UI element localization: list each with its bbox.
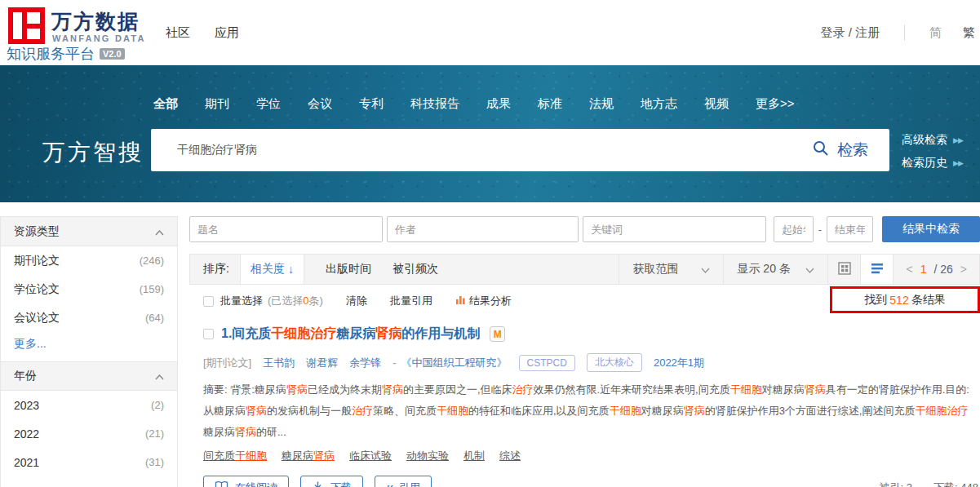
- keyword-link[interactable]: 动物实验: [406, 449, 449, 463]
- download-icon: [312, 480, 324, 487]
- title-field[interactable]: [189, 216, 383, 242]
- advanced-search-label: 高级检索: [902, 133, 947, 148]
- start-year-field[interactable]: [774, 216, 814, 242]
- resource-type-header[interactable]: 资源类型: [1, 217, 177, 246]
- search-button[interactable]: 检索: [792, 129, 889, 171]
- download-button[interactable]: 下载: [300, 476, 363, 487]
- version-badge: V2.0: [100, 48, 125, 60]
- advanced-search-link[interactable]: 高级检索 ▶▶: [902, 133, 963, 148]
- batch-cite-button[interactable]: 批量引用: [390, 294, 432, 308]
- keyword-link[interactable]: 糖尿病肾病: [282, 449, 335, 463]
- result-checkbox[interactable]: [203, 329, 214, 339]
- sort-relevance-label: 相关度: [251, 262, 285, 277]
- author-link[interactable]: 王书韵: [263, 356, 295, 370]
- search-history-label: 检索历史: [902, 156, 947, 170]
- found-suffix: 条结果: [911, 293, 946, 308]
- tab-all[interactable]: 全部: [153, 96, 178, 112]
- lang-traditional[interactable]: 繁: [963, 25, 975, 41]
- resource-type-more-link[interactable]: 更多...: [1, 332, 177, 361]
- tab-local-chronicle[interactable]: 地方志: [641, 96, 677, 112]
- m-badge: M: [490, 326, 505, 342]
- keyword-link[interactable]: 综述: [499, 449, 521, 463]
- cite-button[interactable]: “ 引用: [375, 476, 432, 487]
- sidebar-item-conference-papers[interactable]: 会议论文 (64): [1, 303, 177, 332]
- year-header[interactable]: 年份: [1, 361, 177, 391]
- year-section: 年份 2023 (2) 2022 (21) 2021 (31): [1, 361, 177, 476]
- item-label: 2022: [14, 427, 39, 441]
- sort-pubdate-button[interactable]: 出版时间: [326, 262, 371, 277]
- list-view-button[interactable]: [860, 255, 893, 284]
- tab-video[interactable]: 视频: [704, 96, 729, 112]
- tab-degree[interactable]: 学位: [256, 96, 281, 112]
- cite-label: 引用: [399, 480, 420, 487]
- page-size-label: 显示 20 条: [737, 262, 790, 277]
- tab-journal[interactable]: 期刊: [205, 96, 229, 112]
- prev-page-button[interactable]: <: [906, 263, 912, 276]
- result-count-annotation: 找到512条结果: [830, 286, 980, 313]
- sidebar-item-year-2021[interactable]: 2021 (31): [1, 448, 177, 476]
- sidebar-item-year-2023[interactable]: 2023 (2): [1, 391, 177, 419]
- chevron-up-icon: [155, 225, 164, 238]
- result-keywords: 间充质干细胞 糖尿病肾病 临床试验 动物实验 机制 综述: [203, 449, 980, 463]
- nav-apps[interactable]: 应用: [215, 25, 239, 41]
- keyword-link[interactable]: 间充质干细胞: [203, 449, 267, 463]
- sidebar-item-journal-papers[interactable]: 期刊论文 (246): [1, 246, 177, 275]
- double-arrow-icon: ▶▶: [953, 159, 963, 167]
- tab-more[interactable]: 更多>>: [756, 96, 795, 112]
- selected-suffix: 条): [309, 294, 323, 307]
- login-register-link[interactable]: 登录 / 注册: [820, 25, 880, 41]
- search-history-link[interactable]: 检索历史 ▶▶: [902, 156, 963, 170]
- select-all-checkbox[interactable]: [203, 296, 214, 307]
- list-view-icon: [871, 262, 884, 277]
- author-field[interactable]: [387, 216, 579, 242]
- keyword-field[interactable]: [583, 216, 766, 242]
- sidebar-item-year-2022[interactable]: 2022 (21): [1, 419, 177, 448]
- author-link[interactable]: 余学锋: [349, 356, 381, 370]
- download-label: 下载: [330, 480, 352, 487]
- keyword-link[interactable]: 临床试验: [349, 449, 392, 463]
- journal-link[interactable]: 《中国组织工程研究》: [401, 356, 508, 370]
- current-page: 1: [920, 263, 927, 276]
- tab-standard[interactable]: 标准: [538, 96, 562, 112]
- search-within-results-button[interactable]: 结果中检索: [882, 216, 980, 242]
- read-online-button[interactable]: 在线阅读: [203, 476, 289, 487]
- result-analysis-button[interactable]: 结果分析: [455, 294, 512, 308]
- double-arrow-icon: ▶▶: [953, 136, 963, 144]
- issue-link[interactable]: 2022年1期: [654, 356, 704, 370]
- chevron-down-icon: [805, 263, 814, 276]
- wanfang-logo-icon[interactable]: [8, 7, 45, 47]
- lang-simplified[interactable]: 简: [929, 25, 942, 41]
- clear-button[interactable]: 清除: [346, 294, 367, 308]
- result-title-link[interactable]: 1.间充质干细胞治疗糖尿病肾病的作用与机制: [221, 325, 480, 343]
- found-prefix: 找到: [864, 293, 887, 308]
- abstract-text: 背景:糖尿病肾病已经成为终末期肾病的主要原因之一,但临床治疗效果仍然有限.近年来…: [203, 383, 969, 438]
- sidebar-item-degree-papers[interactable]: 学位论文 (159): [1, 275, 177, 303]
- selected-prefix: (已选择: [268, 294, 303, 307]
- tab-patent[interactable]: 专利: [359, 96, 384, 112]
- logo-title[interactable]: 万方数据: [51, 8, 140, 35]
- item-count: (246): [140, 255, 164, 267]
- section-title: 资源类型: [14, 224, 60, 239]
- keyword-link[interactable]: 机制: [463, 449, 485, 463]
- search-box: 检索: [151, 129, 889, 171]
- sort-relevance-button[interactable]: 相关度 ↓: [240, 255, 304, 284]
- chevron-up-icon: [155, 370, 164, 383]
- batch-select-label: 批量选择: [220, 294, 263, 308]
- sort-cited-button[interactable]: 被引频次: [392, 262, 438, 277]
- next-page-button[interactable]: >: [960, 263, 967, 276]
- tab-tech-report[interactable]: 科技报告: [410, 96, 459, 112]
- end-year-field[interactable]: [827, 216, 873, 242]
- tab-conference[interactable]: 会议: [308, 96, 332, 112]
- search-input[interactable]: [151, 129, 792, 171]
- abstract-label: 摘要:: [203, 383, 228, 396]
- page-size-dropdown[interactable]: 显示 20 条: [723, 255, 827, 284]
- scope-dropdown[interactable]: 获取范围: [619, 255, 723, 284]
- pku-core-badge: 北大核心: [587, 353, 642, 372]
- author-link[interactable]: 谢君辉: [306, 356, 338, 370]
- tab-regulation[interactable]: 法规: [589, 96, 614, 112]
- result-type: [期刊论文]: [203, 356, 251, 370]
- nav-community[interactable]: 社区: [166, 25, 190, 41]
- grid-view-button[interactable]: [827, 255, 860, 284]
- tab-achievement[interactable]: 成果: [486, 96, 511, 112]
- search-icon: [813, 140, 829, 161]
